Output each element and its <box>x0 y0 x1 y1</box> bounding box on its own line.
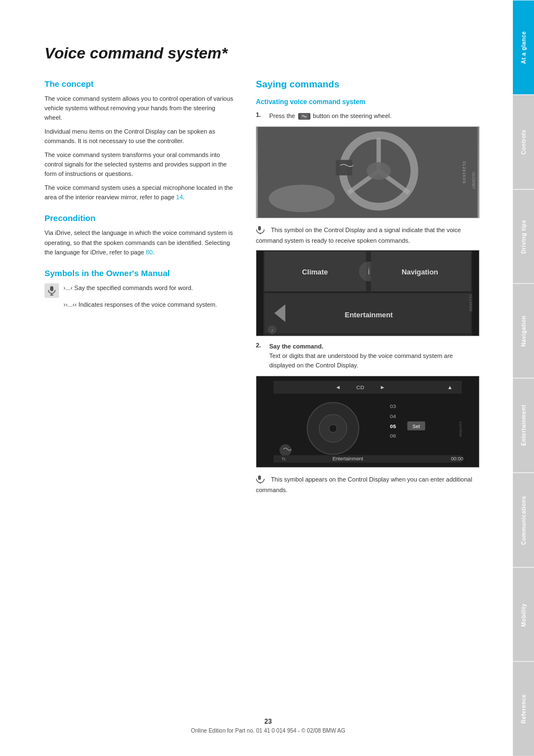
voice-symbol-2 <box>256 474 269 483</box>
idrive-screen-image: Climate i Navigation Entertainment <box>256 250 479 336</box>
activating-heading: Activating voice command system <box>256 98 479 106</box>
page-container: Voice command system* The concept The vo… <box>0 0 534 756</box>
svg-rect-0 <box>50 286 53 291</box>
sidebar-tab-entertainment[interactable]: Entertainment <box>513 378 534 473</box>
caption-1-text: This symbol on the Control Display and a… <box>256 227 461 244</box>
sidebar-tab-at-a-glance[interactable]: At a glance <box>513 0 534 95</box>
svg-text:01234569: 01234569 <box>459 421 463 437</box>
footer-text: Online Edition for Part no. 01 41 0 014 … <box>191 728 345 734</box>
svg-text:Set: Set <box>413 424 421 429</box>
svg-text:04: 04 <box>390 413 396 419</box>
symbol-text-1: ›...‹ Say the specified commands word fo… <box>63 283 193 293</box>
caption-1: This symbol on the Control Display and a… <box>256 224 479 246</box>
svg-text:CD: CD <box>357 384 364 390</box>
cd-player-svg: ◄ CD ► ▲ 03 04 05 06 <box>261 381 474 463</box>
svg-rect-45 <box>274 455 462 463</box>
svg-rect-11 <box>336 160 353 175</box>
step-2-content: Say the command. Text or digits that are… <box>269 342 479 370</box>
steering-wheel-svg: 01234567 <box>256 127 479 218</box>
svg-point-5 <box>269 185 335 212</box>
svg-text:Entertainment: Entertainment <box>333 456 364 462</box>
symbol-text-2: ››...‹‹ Indicates responses of the voice… <box>63 300 234 310</box>
svg-rect-30 <box>274 381 462 394</box>
cd-player-image: ◄ CD ► ▲ 03 04 05 06 <box>256 376 479 468</box>
svg-rect-13 <box>258 226 261 230</box>
two-col-layout: The concept The voice command system all… <box>44 79 479 499</box>
phone-button-icon <box>300 114 308 119</box>
page-number: 23 <box>264 718 271 725</box>
step-2-number: 2. <box>256 342 265 348</box>
link-page-14[interactable]: 14 <box>176 194 183 200</box>
svg-text:▲: ▲ <box>447 384 453 390</box>
image-watermark-1: 0128163G <box>462 161 466 184</box>
svg-text:01234568: 01234568 <box>469 294 473 312</box>
svg-text:◄: ◄ <box>335 384 341 390</box>
page-footer: 23 Online Edition for Part no. 01 41 0 0… <box>44 718 492 734</box>
svg-rect-50 <box>258 475 261 480</box>
saying-commands-heading: Saying commands <box>256 79 479 90</box>
svg-text:03: 03 <box>390 403 396 409</box>
sidebar-tab-controls[interactable]: Controls <box>513 95 534 189</box>
step-2-detail: Text or digits that are understood by th… <box>269 352 453 369</box>
step-1-item: 1. Press the button on the steering whee… <box>256 111 479 121</box>
svg-text:Entertainment: Entertainment <box>345 311 393 319</box>
svg-text:06: 06 <box>390 433 396 439</box>
svg-text:Navigation: Navigation <box>402 268 438 276</box>
sidebar-tab-reference[interactable]: Reference <box>513 661 534 756</box>
svg-point-37 <box>329 424 337 432</box>
svg-text:05: 05 <box>390 423 396 429</box>
idrive-screen-svg: Climate i Navigation Entertainment <box>256 251 479 336</box>
voice-symbol-1 <box>256 225 269 234</box>
sidebar-tab-navigation[interactable]: Navigation <box>513 283 534 378</box>
sidebar-tab-communications[interactable]: Communications <box>513 473 534 567</box>
concept-para-3: The voice command system transforms your… <box>44 150 234 179</box>
step-2-title: Say the command. <box>269 343 323 350</box>
sidebar: At a glance Controls Driving tips Naviga… <box>513 0 534 756</box>
step-2-item: 2. Say the command. Text or digits that … <box>256 342 479 370</box>
caption-2: This symbol appears on the Control Displ… <box>256 473 479 495</box>
concept-para-4: The voice command system uses a special … <box>44 183 234 202</box>
step-1-number: 1. <box>256 111 265 118</box>
precondition-text: Via iDrive, select the language in which… <box>44 228 234 257</box>
main-content: Voice command system* The concept The vo… <box>0 0 513 756</box>
svg-text:01234567: 01234567 <box>472 172 476 189</box>
precondition-heading: Precondition <box>44 213 234 223</box>
svg-text:00:00: 00:00 <box>451 456 463 462</box>
concept-heading: The concept <box>44 79 234 89</box>
left-column: The concept The voice command system all… <box>44 79 234 499</box>
symbols-heading: Symbols in the Owner's Manual <box>44 268 234 278</box>
mic-icon <box>44 283 59 298</box>
steering-wheel-image: 01234567 0128163G <box>256 126 479 218</box>
svg-text:Climate: Climate <box>302 268 328 276</box>
svg-text:►: ► <box>380 384 385 390</box>
sidebar-tab-driving-tips[interactable]: Driving tips <box>513 189 534 284</box>
right-column: Saying commands Activating voice command… <box>256 79 479 499</box>
sidebar-tab-mobility[interactable]: Mobility <box>513 567 534 662</box>
svg-text:Tr.: Tr. <box>281 456 286 462</box>
svg-text:♪: ♪ <box>271 327 273 333</box>
link-page-80[interactable]: 80 <box>146 249 152 256</box>
caption-2-text: This symbol appears on the Control Displ… <box>256 476 472 493</box>
symbol-box-1: ›...‹ Say the specified commands word fo… <box>44 283 234 298</box>
concept-para-2: Individual menu items on the Control Dis… <box>44 127 234 146</box>
svg-point-10 <box>367 162 390 180</box>
step-1-content: Press the button on the steering wheel. <box>269 111 479 121</box>
concept-para-1: The voice command system allows you to c… <box>44 94 234 122</box>
svg-text:i: i <box>368 267 370 276</box>
page-title: Voice command system* <box>44 45 479 62</box>
